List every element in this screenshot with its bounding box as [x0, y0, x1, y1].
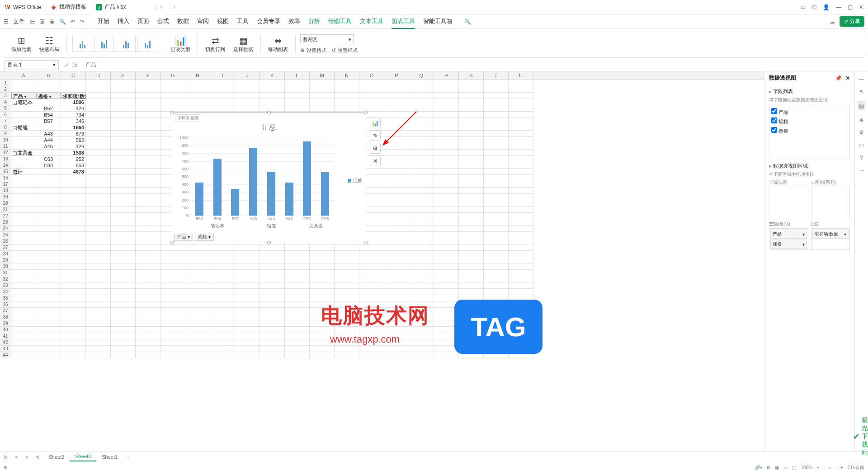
cell[interactable]: [359, 99, 384, 105]
cell[interactable]: [434, 238, 459, 244]
cell[interactable]: [160, 352, 185, 358]
cell[interactable]: [111, 346, 136, 352]
cell[interactable]: [235, 314, 260, 320]
cell[interactable]: [459, 200, 484, 207]
cell[interactable]: [210, 86, 235, 93]
cell[interactable]: [484, 232, 509, 238]
cell[interactable]: [384, 188, 409, 194]
cell[interactable]: [335, 333, 359, 339]
cell[interactable]: [111, 244, 136, 251]
chart-settings-button[interactable]: ⚙: [370, 143, 381, 154]
cell[interactable]: [459, 99, 484, 105]
row-header[interactable]: 4: [0, 99, 11, 105]
cell[interactable]: [384, 251, 409, 257]
cell[interactable]: [409, 232, 434, 238]
cell[interactable]: [409, 175, 434, 181]
cell[interactable]: [86, 257, 111, 263]
cell[interactable]: 873: [61, 131, 86, 137]
cell[interactable]: [260, 282, 285, 289]
col-header[interactable]: Q: [409, 71, 434, 80]
cell[interactable]: [86, 137, 111, 143]
cell[interactable]: [260, 244, 285, 251]
cell[interactable]: [434, 282, 459, 289]
tab-template[interactable]: ◆ 找稻壳模板: [46, 0, 91, 14]
fx-icon[interactable]: fx: [73, 62, 77, 68]
cell[interactable]: [509, 150, 533, 156]
cell[interactable]: [136, 226, 160, 232]
cell[interactable]: [260, 263, 285, 270]
cell[interactable]: [185, 346, 210, 352]
app-icon[interactable]: ▭: [801, 4, 806, 10]
cell[interactable]: [61, 213, 86, 219]
cell[interactable]: [86, 112, 111, 118]
cell[interactable]: [111, 213, 136, 219]
cell[interactable]: [459, 213, 484, 219]
tab-data[interactable]: 数据: [177, 14, 189, 29]
cell[interactable]: [509, 156, 533, 162]
cell[interactable]: [434, 301, 459, 308]
cell[interactable]: [136, 143, 160, 150]
cell[interactable]: [61, 194, 86, 200]
cell[interactable]: [111, 143, 136, 150]
cell[interactable]: [434, 99, 459, 105]
cell[interactable]: [136, 213, 160, 219]
cell[interactable]: [36, 181, 61, 188]
cell[interactable]: [136, 181, 160, 188]
cell[interactable]: [459, 86, 484, 93]
cell[interactable]: [36, 270, 61, 276]
cell[interactable]: [335, 295, 359, 301]
cell[interactable]: [484, 118, 509, 124]
cell[interactable]: [11, 346, 36, 352]
cell[interactable]: [61, 339, 86, 346]
cell[interactable]: [509, 238, 533, 244]
cell[interactable]: [86, 314, 111, 320]
cell[interactable]: 556: [61, 162, 86, 169]
cell[interactable]: [484, 93, 509, 99]
cell[interactable]: [210, 327, 235, 333]
cell[interactable]: [434, 295, 459, 301]
cell[interactable]: [160, 276, 185, 282]
cell[interactable]: [36, 263, 61, 270]
cell[interactable]: [36, 194, 61, 200]
chart-bar[interactable]: [303, 141, 311, 216]
chart-area-select[interactable]: 图表区 ▾: [300, 34, 354, 44]
cell[interactable]: [11, 257, 36, 263]
cell[interactable]: [384, 346, 409, 352]
cell[interactable]: [11, 244, 36, 251]
cell[interactable]: [61, 320, 86, 327]
cell[interactable]: [136, 156, 160, 162]
cell[interactable]: [235, 346, 260, 352]
chart-edit-button[interactable]: ✎: [370, 130, 381, 141]
cell[interactable]: [36, 188, 61, 194]
cell[interactable]: -铅笔: [11, 124, 36, 131]
cell[interactable]: [136, 207, 160, 213]
cell[interactable]: [235, 320, 260, 327]
cell[interactable]: [434, 112, 459, 118]
cell[interactable]: [384, 137, 409, 143]
chart-bar[interactable]: [213, 159, 222, 216]
cell[interactable]: [36, 99, 61, 105]
chart-tools-button[interactable]: ✕: [370, 155, 381, 166]
cell[interactable]: [136, 320, 160, 327]
cell[interactable]: [111, 131, 136, 137]
cell[interactable]: [36, 339, 61, 346]
cell[interactable]: [310, 327, 335, 333]
cell[interactable]: [384, 238, 409, 244]
cell[interactable]: 总计: [11, 169, 36, 175]
cell[interactable]: [136, 124, 160, 131]
cell[interactable]: [111, 270, 136, 276]
add-sheet-button[interactable]: +: [123, 454, 133, 460]
avatar-icon[interactable]: 👤: [823, 4, 830, 10]
pivot-chart[interactable]: 求和项:数量 汇总 010020030040050060070080090010…: [172, 112, 366, 243]
cell[interactable]: [484, 143, 509, 150]
cell[interactable]: [484, 295, 509, 301]
cell[interactable]: [285, 99, 310, 105]
cell[interactable]: [285, 86, 310, 93]
cell[interactable]: [384, 333, 409, 339]
tab-efficiency[interactable]: 效率: [288, 14, 300, 29]
legend-area[interactable]: [811, 187, 850, 218]
cell[interactable]: [160, 346, 185, 352]
cell[interactable]: [509, 327, 533, 333]
cell[interactable]: [285, 276, 310, 282]
cell[interactable]: [136, 238, 160, 244]
